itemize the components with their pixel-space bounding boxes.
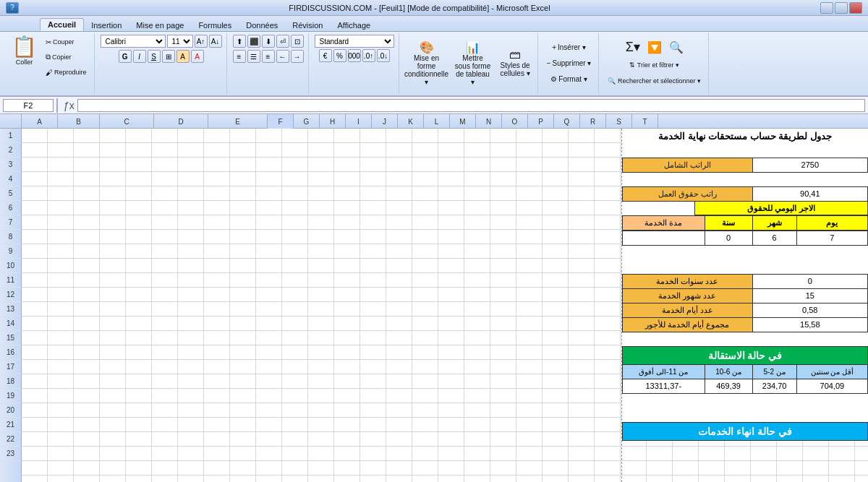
align-top-button[interactable]: ⬆: [233, 35, 246, 48]
align-middle-button[interactable]: ⬛: [247, 35, 260, 48]
border-button[interactable]: ⊞: [162, 50, 175, 63]
row-header-23[interactable]: 23: [0, 447, 21, 461]
row-header-11[interactable]: 11: [0, 273, 21, 288]
row-header-3[interactable]: 3: [0, 158, 21, 172]
decimal-increase-button[interactable]: .0↑: [362, 49, 375, 62]
col-header-e[interactable]: E: [208, 114, 268, 129]
align-bottom-button[interactable]: ⬇: [262, 35, 275, 48]
row-header-15[interactable]: 15: [0, 331, 21, 345]
resignation-val2[interactable]: 234,70: [752, 379, 796, 393]
work-rights-salary-value[interactable]: 90,41: [752, 186, 867, 201]
col-header-n[interactable]: N: [476, 114, 502, 129]
tab-revision[interactable]: Révision: [285, 20, 330, 31]
close-button[interactable]: [849, 2, 862, 14]
col-header-k[interactable]: K: [398, 114, 424, 129]
resignation-val4[interactable]: -13311,37: [623, 379, 705, 393]
font-size-select[interactable]: 11: [167, 35, 193, 48]
row-header-6[interactable]: 6: [0, 201, 21, 215]
wrap-text-button[interactable]: ⏎: [276, 35, 289, 48]
row-header-2[interactable]: 2: [0, 143, 21, 158]
row-header-13[interactable]: 13: [0, 302, 21, 317]
row-header-1[interactable]: 1: [0, 129, 21, 143]
col-header-t[interactable]: T: [632, 114, 658, 129]
tab-insertion[interactable]: Insertion: [84, 20, 129, 31]
row-header-22[interactable]: 22: [0, 432, 21, 447]
couper-button[interactable]: ✂ Couper: [43, 35, 90, 49]
total-days-value[interactable]: 15,58: [752, 317, 867, 332]
maximize-button[interactable]: [835, 2, 848, 14]
row-header-14[interactable]: 14: [0, 317, 21, 331]
tab-affichage[interactable]: Affichage: [330, 20, 378, 31]
align-center-button[interactable]: ☰: [247, 50, 260, 63]
indent-increase-button[interactable]: →: [291, 50, 304, 63]
col-header-h[interactable]: H: [320, 114, 346, 129]
thousands-button[interactable]: 000: [348, 49, 361, 62]
service-months-value[interactable]: 15: [752, 288, 867, 303]
col-header-s[interactable]: S: [606, 114, 632, 129]
comprehensive-salary-value[interactable]: 2750: [752, 158, 867, 172]
col-header-i[interactable]: I: [346, 114, 372, 129]
decimal-decrease-button[interactable]: .0↓: [377, 49, 390, 62]
italic-button[interactable]: I: [133, 50, 146, 63]
coller-button[interactable]: 📋 Coller: [7, 35, 41, 66]
tab-donnees[interactable]: Données: [239, 20, 285, 31]
format-button[interactable]: ⚙ Format ▾: [548, 72, 590, 86]
inserer-button[interactable]: + Insérer ▾: [549, 40, 589, 54]
mettre-sous-forme-button[interactable]: 📊 Mettre sous formede tableau ▾: [451, 39, 495, 87]
font-decrease-button[interactable]: A↓: [209, 35, 222, 48]
row-header-9[interactable]: 9: [0, 244, 21, 259]
row-header-21[interactable]: 21: [0, 418, 21, 432]
number-format-select[interactable]: Standard: [315, 35, 394, 48]
row-header-5[interactable]: 5: [0, 186, 21, 201]
col-header-p[interactable]: P: [528, 114, 554, 129]
col-header-j[interactable]: J: [372, 114, 398, 129]
percent-button[interactable]: %: [333, 49, 346, 62]
resignation-val3[interactable]: 469,39: [705, 379, 752, 393]
font-increase-button[interactable]: A↑: [195, 35, 208, 48]
clear-button[interactable]: 🔍: [666, 39, 686, 56]
supprimer-button[interactable]: − Supprimer ▾: [544, 56, 595, 70]
formula-input[interactable]: [77, 99, 865, 112]
row-header-16[interactable]: 16: [0, 345, 21, 360]
minimize-button[interactable]: [820, 2, 833, 14]
col-header-l[interactable]: L: [424, 114, 450, 129]
trier-button[interactable]: ⇅ Trier et filtrer ▾: [626, 58, 682, 72]
resignation-val1[interactable]: 704,09: [796, 379, 867, 393]
align-right-button[interactable]: ≡: [262, 50, 275, 63]
year-value[interactable]: 0: [705, 231, 752, 245]
reproduire-button[interactable]: 🖌 Reproduire: [43, 65, 90, 79]
cell-reference-input[interactable]: [3, 99, 54, 112]
col-header-q[interactable]: Q: [554, 114, 580, 129]
row-header-12[interactable]: 12: [0, 288, 21, 302]
fill-color-button[interactable]: A: [176, 50, 190, 63]
row-header-20[interactable]: 20: [0, 403, 21, 418]
col-header-o[interactable]: O: [502, 114, 528, 129]
row-header-19[interactable]: 19: [0, 389, 21, 403]
col-header-f[interactable]: F: [268, 114, 294, 129]
col-header-g[interactable]: G: [294, 114, 320, 129]
col-header-r[interactable]: R: [580, 114, 606, 129]
help-button[interactable]: ?: [6, 2, 19, 14]
row-header-10[interactable]: 10: [0, 259, 21, 273]
merge-button[interactable]: ⊡: [291, 35, 304, 48]
col-header-a[interactable]: A: [22, 114, 58, 129]
row-header-4[interactable]: 4: [0, 172, 21, 186]
tab-formules[interactable]: Formules: [191, 20, 239, 31]
col-header-m[interactable]: M: [450, 114, 476, 129]
service-days-value[interactable]: 0,58: [752, 303, 867, 317]
fill-button[interactable]: 🔽: [644, 39, 665, 56]
month-value[interactable]: 6: [752, 231, 796, 245]
underline-button[interactable]: S: [148, 50, 161, 63]
col-header-c[interactable]: C: [100, 114, 154, 129]
mise-en-forme-button[interactable]: 🎨 Mise en formeconditionnelle ▾: [405, 39, 448, 87]
tab-mise-en-page[interactable]: Mise en page: [129, 20, 191, 31]
indent-decrease-button[interactable]: ←: [276, 50, 289, 63]
align-left-button[interactable]: ≡: [233, 50, 246, 63]
styles-cellules-button[interactable]: 🗃 Styles decellules ▾: [498, 47, 533, 79]
font-name-select[interactable]: Calibri: [101, 35, 166, 48]
row-header-18[interactable]: 18: [0, 374, 21, 389]
col-header-b[interactable]: B: [58, 114, 100, 129]
day-value[interactable]: 7: [796, 231, 867, 245]
col-header-d[interactable]: D: [154, 114, 208, 129]
font-color-button[interactable]: A: [191, 50, 204, 63]
